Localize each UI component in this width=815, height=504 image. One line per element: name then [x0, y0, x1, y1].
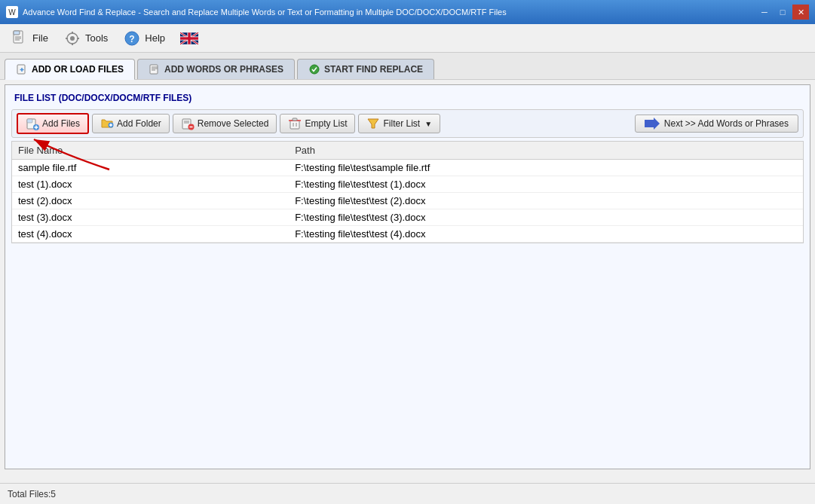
- lang-icon: [180, 29, 198, 47]
- window-controls: ─ □ ✕: [756, 5, 809, 20]
- svg-rect-45: [293, 118, 297, 121]
- cell-path-0: F:\testing file\test\sample file.rtf: [289, 160, 803, 176]
- close-button[interactable]: ✕: [792, 5, 809, 20]
- svg-marker-48: [368, 119, 378, 128]
- menu-file-label: File: [32, 32, 48, 44]
- empty-list-button[interactable]: Empty List: [280, 114, 355, 133]
- menu-bar: File Tools ? Help: [0, 24, 815, 53]
- start-find-tab-icon: [308, 63, 320, 75]
- cell-filename-0: sample file.rtf: [12, 160, 289, 176]
- tab-add-words-label: ADD WORDS OR PHRASES: [164, 64, 283, 75]
- filter-list-dropdown-arrow: ▼: [424, 120, 432, 128]
- action-buttons-bar: Add Files Add Folder: [11, 109, 804, 138]
- table-row[interactable]: test (2).docx F:\testing file\test\test …: [12, 193, 803, 209]
- add-words-tab-icon: [149, 63, 161, 75]
- window-title: Advance Word Find & Replace - Search and…: [23, 8, 507, 17]
- menu-tools[interactable]: Tools: [56, 26, 115, 50]
- app-icon: W: [6, 6, 18, 18]
- remove-selected-button[interactable]: Remove Selected: [173, 114, 277, 133]
- table-row[interactable]: sample file.rtf F:\testing file\test\sam…: [12, 160, 803, 176]
- add-files-button-icon: [26, 117, 39, 130]
- main-panel: FILE LIST (DOC/DOCX/DOCM/RTF FILES) Add …: [5, 84, 810, 469]
- tab-add-files[interactable]: ADD OR LOAD FILES: [5, 59, 135, 80]
- column-path: Path: [289, 142, 803, 160]
- svg-rect-31: [27, 119, 32, 123]
- cell-path-4: F:\testing file\test\test (4).docx: [289, 226, 803, 243]
- add-folder-icon: [100, 117, 114, 130]
- filter-list-label: Filter List: [383, 118, 420, 129]
- file-table: File Name Path sample file.rtf F:\testin…: [12, 142, 803, 243]
- empty-list-label: Empty List: [305, 118, 347, 129]
- svg-rect-1: [14, 31, 20, 35]
- help-icon: ?: [123, 29, 141, 47]
- tab-add-files-label: ADD OR LOAD FILES: [32, 64, 124, 75]
- cell-filename-4: test (4).docx: [12, 226, 289, 243]
- tools-icon: [63, 29, 81, 47]
- next-button[interactable]: Next >> Add Words or Phrases: [635, 115, 798, 133]
- file-list-label: FILE LIST (DOC/DOCX/DOCM/RTF FILES): [11, 91, 804, 105]
- add-files-label: Add Files: [42, 118, 80, 129]
- cell-path-2: F:\testing file\test\test (2).docx: [289, 193, 803, 209]
- svg-marker-49: [645, 118, 660, 130]
- tab-add-words[interactable]: ADD WORDS OR PHRASES: [137, 59, 295, 79]
- svg-point-29: [310, 65, 319, 74]
- table-row[interactable]: test (1).docx F:\testing file\test\test …: [12, 176, 803, 193]
- menu-tools-label: Tools: [85, 32, 108, 44]
- toolbar-tabs: ADD OR LOAD FILES ADD WORDS OR PHRASES S…: [0, 53, 815, 80]
- svg-rect-43: [290, 121, 299, 129]
- file-icon: [11, 29, 29, 47]
- add-files-tab-icon: [16, 63, 28, 75]
- svg-text:?: ?: [130, 33, 135, 44]
- maximize-button[interactable]: □: [774, 5, 791, 20]
- cell-path-1: F:\testing file\test\test (1).docx: [289, 176, 803, 193]
- status-bar: Total Files:5: [0, 483, 815, 504]
- cell-path-3: F:\testing file\test\test (3).docx: [289, 209, 803, 226]
- status-text: Total Files:5: [8, 489, 56, 499]
- add-files-button[interactable]: Add Files: [17, 113, 89, 134]
- filter-list-icon: [366, 117, 380, 130]
- action-buttons-container: Add Files Add Folder: [11, 109, 804, 138]
- svg-point-6: [70, 36, 75, 41]
- table-row[interactable]: test (4).docx F:\testing file\test\test …: [12, 226, 803, 243]
- menu-file[interactable]: File: [3, 26, 56, 50]
- svg-rect-21: [180, 37, 198, 39]
- table-body: sample file.rtf F:\testing file\test\sam…: [12, 160, 803, 243]
- cell-filename-1: test (1).docx: [12, 176, 289, 193]
- menu-lang[interactable]: [173, 26, 206, 50]
- menu-help[interactable]: ? Help: [115, 26, 173, 50]
- cell-filename-2: test (2).docx: [12, 193, 289, 209]
- remove-selected-label: Remove Selected: [198, 118, 269, 129]
- table-row[interactable]: test (3).docx F:\testing file\test\test …: [12, 209, 803, 226]
- add-folder-label: Add Folder: [117, 118, 161, 129]
- empty-list-icon: [288, 117, 302, 130]
- svg-rect-25: [150, 65, 158, 74]
- minimize-button[interactable]: ─: [756, 5, 773, 20]
- next-button-label: Next >> Add Words or Phrases: [664, 118, 789, 129]
- next-arrow-icon: [645, 118, 660, 130]
- add-folder-button[interactable]: Add Folder: [92, 114, 170, 133]
- menu-help-label: Help: [145, 32, 165, 44]
- column-filename: File Name: [12, 142, 289, 160]
- table-header: File Name Path: [12, 142, 803, 160]
- filter-list-button[interactable]: Filter List ▼: [358, 114, 440, 133]
- title-bar: W Advance Word Find & Replace - Search a…: [0, 0, 815, 24]
- cell-filename-3: test (3).docx: [12, 209, 289, 226]
- file-table-container: File Name Path sample file.rtf F:\testin…: [11, 141, 804, 243]
- remove-selected-icon: [181, 117, 195, 130]
- tab-start-find-label: START FIND REPLACE: [324, 64, 423, 75]
- tab-start-find[interactable]: START FIND REPLACE: [297, 59, 434, 79]
